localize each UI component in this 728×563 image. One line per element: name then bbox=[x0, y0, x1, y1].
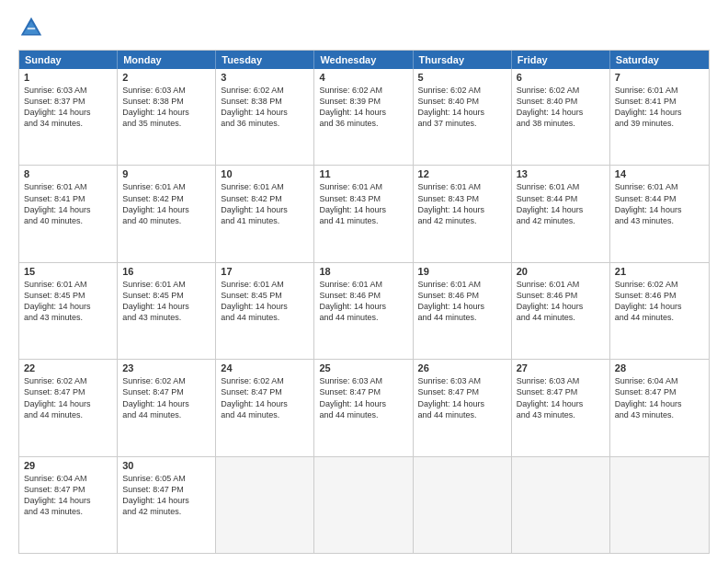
cell-line: Sunset: 8:46 PM bbox=[418, 290, 506, 301]
cell-line: and 43 minutes. bbox=[24, 506, 112, 517]
calendar-cell: 27Sunrise: 6:03 AMSunset: 8:47 PMDayligh… bbox=[512, 360, 610, 455]
cell-line: and 43 minutes. bbox=[615, 409, 704, 420]
calendar-row-3: 15Sunrise: 6:01 AMSunset: 8:45 PMDayligh… bbox=[19, 262, 709, 359]
day-number: 28 bbox=[615, 362, 704, 373]
cell-line: Daylight: 14 hours bbox=[319, 301, 407, 312]
cell-line: and 43 minutes. bbox=[122, 312, 210, 323]
cell-line: and 43 minutes. bbox=[615, 215, 704, 226]
header bbox=[18, 15, 710, 40]
cell-line: Sunrise: 6:01 AM bbox=[418, 181, 506, 192]
calendar-cell: 1Sunrise: 6:03 AMSunset: 8:37 PMDaylight… bbox=[19, 69, 118, 165]
calendar-cell: 28Sunrise: 6:04 AMSunset: 8:47 PMDayligh… bbox=[610, 360, 709, 455]
cell-line: Sunrise: 6:03 AM bbox=[418, 375, 506, 386]
cell-line: Sunrise: 6:03 AM bbox=[122, 85, 210, 96]
cell-line: Daylight: 14 hours bbox=[122, 301, 210, 312]
cell-line: Sunrise: 6:01 AM bbox=[517, 279, 605, 290]
header-cell-saturday: Saturday bbox=[610, 51, 709, 69]
cell-line: and 42 minutes. bbox=[122, 506, 210, 517]
cell-line: Sunset: 8:47 PM bbox=[221, 386, 309, 397]
cell-line: Sunset: 8:46 PM bbox=[517, 290, 605, 301]
cell-line: and 43 minutes. bbox=[24, 312, 112, 323]
cell-line: Sunrise: 6:04 AM bbox=[24, 473, 112, 484]
day-number: 24 bbox=[221, 362, 309, 373]
cell-line: Daylight: 14 hours bbox=[24, 301, 112, 312]
cell-line: Sunrise: 6:04 AM bbox=[615, 375, 704, 386]
day-number: 21 bbox=[615, 266, 704, 277]
calendar-cell: 3Sunrise: 6:02 AMSunset: 8:38 PMDaylight… bbox=[216, 69, 314, 165]
cell-line: Sunrise: 6:01 AM bbox=[615, 181, 704, 192]
day-number: 9 bbox=[122, 168, 210, 179]
calendar-cell: 13Sunrise: 6:01 AMSunset: 8:44 PMDayligh… bbox=[512, 166, 610, 261]
cell-line: Daylight: 14 hours bbox=[418, 204, 506, 215]
calendar-cell: 5Sunrise: 6:02 AMSunset: 8:40 PMDaylight… bbox=[414, 69, 512, 165]
cell-line: and 44 minutes. bbox=[122, 409, 210, 420]
calendar-cell bbox=[610, 457, 709, 553]
day-number: 27 bbox=[517, 362, 605, 373]
day-number: 7 bbox=[615, 72, 704, 83]
cell-line: Sunrise: 6:02 AM bbox=[221, 85, 309, 96]
cell-line: Daylight: 14 hours bbox=[24, 204, 112, 215]
cell-line: Daylight: 14 hours bbox=[517, 398, 605, 409]
day-number: 25 bbox=[319, 362, 407, 373]
cell-line: Daylight: 14 hours bbox=[615, 398, 704, 409]
cell-line: and 36 minutes. bbox=[319, 118, 407, 129]
cell-line: and 41 minutes. bbox=[319, 215, 407, 226]
calendar-body: 1Sunrise: 6:03 AMSunset: 8:37 PMDaylight… bbox=[19, 69, 709, 553]
calendar-cell: 24Sunrise: 6:02 AMSunset: 8:47 PMDayligh… bbox=[216, 360, 314, 455]
cell-line: Daylight: 14 hours bbox=[517, 107, 605, 118]
cell-line: Sunset: 8:38 PM bbox=[122, 96, 210, 107]
cell-line: Daylight: 14 hours bbox=[418, 301, 506, 312]
cell-line: and 43 minutes. bbox=[517, 409, 605, 420]
cell-line: Sunrise: 6:02 AM bbox=[319, 85, 407, 96]
day-number: 3 bbox=[221, 72, 309, 83]
cell-line: Sunset: 8:44 PM bbox=[517, 193, 605, 204]
calendar-cell: 30Sunrise: 6:05 AMSunset: 8:47 PMDayligh… bbox=[118, 457, 216, 553]
cell-line: and 44 minutes. bbox=[221, 409, 309, 420]
cell-line: Sunset: 8:44 PM bbox=[615, 193, 704, 204]
cell-line: Daylight: 14 hours bbox=[615, 107, 704, 118]
cell-line: Daylight: 14 hours bbox=[319, 204, 407, 215]
cell-line: Sunset: 8:37 PM bbox=[24, 96, 112, 107]
day-number: 19 bbox=[418, 266, 506, 277]
cell-line: Sunset: 8:47 PM bbox=[615, 386, 704, 397]
calendar-cell: 8Sunrise: 6:01 AMSunset: 8:41 PMDaylight… bbox=[19, 166, 118, 261]
calendar: SundayMondayTuesdayWednesdayThursdayFrid… bbox=[18, 50, 710, 554]
day-number: 5 bbox=[418, 72, 506, 83]
calendar-cell: 17Sunrise: 6:01 AMSunset: 8:45 PMDayligh… bbox=[216, 263, 314, 359]
cell-line: Sunset: 8:42 PM bbox=[221, 193, 309, 204]
cell-line: Sunset: 8:47 PM bbox=[517, 386, 605, 397]
calendar-cell: 26Sunrise: 6:03 AMSunset: 8:47 PMDayligh… bbox=[414, 360, 512, 455]
cell-line: Daylight: 14 hours bbox=[615, 301, 704, 312]
calendar-cell: 15Sunrise: 6:01 AMSunset: 8:45 PMDayligh… bbox=[19, 263, 118, 359]
page: SundayMondayTuesdayWednesdayThursdayFrid… bbox=[0, 0, 728, 563]
cell-line: Sunrise: 6:01 AM bbox=[615, 85, 704, 96]
cell-line: Sunrise: 6:01 AM bbox=[122, 181, 210, 192]
day-number: 26 bbox=[418, 362, 506, 373]
cell-line: Sunset: 8:45 PM bbox=[221, 290, 309, 301]
day-number: 8 bbox=[24, 168, 112, 179]
cell-line: and 42 minutes. bbox=[517, 215, 605, 226]
calendar-cell bbox=[314, 457, 413, 553]
day-number: 29 bbox=[24, 460, 112, 471]
calendar-cell bbox=[216, 457, 314, 553]
cell-line: Sunset: 8:47 PM bbox=[24, 484, 112, 495]
cell-line: Sunset: 8:40 PM bbox=[418, 96, 506, 107]
cell-line: and 44 minutes. bbox=[319, 409, 407, 420]
cell-line: Daylight: 14 hours bbox=[24, 107, 112, 118]
calendar-cell: 10Sunrise: 6:01 AMSunset: 8:42 PMDayligh… bbox=[216, 166, 314, 261]
calendar-row-5: 29Sunrise: 6:04 AMSunset: 8:47 PMDayligh… bbox=[19, 456, 709, 553]
cell-line: Sunrise: 6:01 AM bbox=[418, 279, 506, 290]
logo bbox=[18, 15, 48, 40]
day-number: 10 bbox=[221, 168, 309, 179]
cell-line: Daylight: 14 hours bbox=[517, 301, 605, 312]
calendar-cell: 16Sunrise: 6:01 AMSunset: 8:45 PMDayligh… bbox=[118, 263, 216, 359]
cell-line: and 34 minutes. bbox=[24, 118, 112, 129]
cell-line: Sunrise: 6:01 AM bbox=[319, 181, 407, 192]
cell-line: and 39 minutes. bbox=[615, 118, 704, 129]
cell-line: Daylight: 14 hours bbox=[418, 107, 506, 118]
cell-line: Sunrise: 6:02 AM bbox=[221, 375, 309, 386]
day-number: 22 bbox=[24, 362, 112, 373]
svg-rect-2 bbox=[28, 28, 35, 29]
header-cell-wednesday: Wednesday bbox=[314, 51, 413, 69]
cell-line: Sunrise: 6:03 AM bbox=[24, 85, 112, 96]
